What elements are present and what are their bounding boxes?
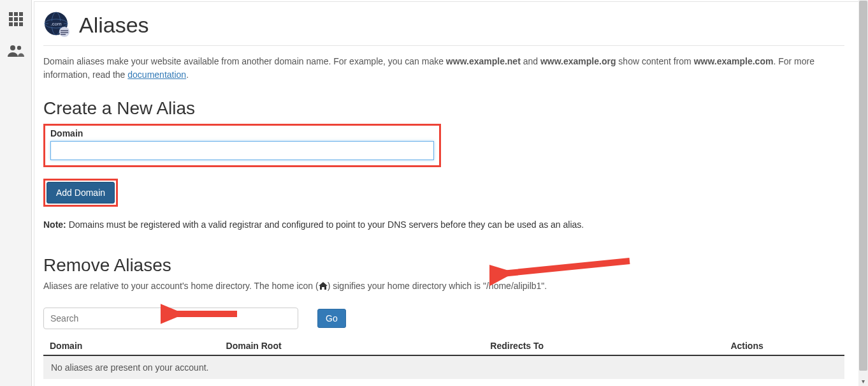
domain-label: Domain: [50, 128, 434, 138]
home-icon: [319, 281, 328, 291]
col-redirects-to[interactable]: Redirects To: [484, 337, 724, 355]
table-row: No aliases are present on your account.: [43, 355, 844, 379]
aliases-table: Domain Domain Root Redirects To Actions …: [43, 337, 844, 379]
add-domain-highlight: Add Domain: [43, 179, 118, 207]
remove-description: Aliases are relative to your account's h…: [43, 281, 844, 291]
col-actions[interactable]: Actions: [724, 337, 844, 355]
page-header: .com Aliases: [43, 11, 844, 46]
svg-rect-3: [9, 17, 13, 21]
domain-input[interactable]: [50, 141, 434, 160]
page-description: Domain aliases make your website availab…: [43, 55, 844, 82]
remove-aliases-heading: Remove Aliases: [43, 255, 844, 276]
create-alias-heading: Create a New Alias: [43, 98, 844, 119]
scroll-down-icon[interactable]: ▾: [858, 376, 868, 386]
apps-grid-icon[interactable]: [8, 11, 24, 29]
scrollbar-track[interactable]: ▾: [858, 0, 868, 386]
svg-rect-18: [61, 30, 68, 31]
search-input[interactable]: [43, 308, 298, 329]
svg-rect-0: [9, 12, 13, 16]
go-button[interactable]: Go: [317, 309, 346, 328]
page-title: Aliases: [79, 13, 149, 38]
left-sidebar: [0, 0, 32, 386]
search-row: Go: [43, 308, 844, 329]
svg-point-9: [10, 45, 15, 50]
note-text: Note: Domains must be registered with a …: [43, 219, 844, 230]
col-domain[interactable]: Domain: [43, 337, 220, 355]
main-content: .com Aliases Domain aliases make your we…: [34, 1, 864, 386]
svg-rect-20: [61, 34, 66, 35]
scrollbar-thumb[interactable]: [859, 1, 867, 371]
svg-rect-2: [19, 12, 23, 16]
documentation-link[interactable]: documentation: [127, 70, 186, 80]
svg-rect-5: [19, 17, 23, 21]
svg-rect-19: [61, 32, 68, 33]
main-scroll-area[interactable]: .com Aliases Domain aliases make your we…: [32, 0, 868, 386]
svg-rect-1: [14, 12, 18, 16]
users-icon[interactable]: [7, 44, 25, 59]
domain-field-group: Domain: [43, 124, 441, 167]
add-domain-button[interactable]: Add Domain: [47, 182, 115, 204]
aliases-page-icon: .com: [43, 11, 71, 39]
svg-rect-7: [14, 22, 18, 26]
svg-text:.com: .com: [50, 21, 62, 27]
empty-message: No aliases are present on your account.: [43, 355, 844, 379]
svg-rect-6: [9, 22, 13, 26]
table-header-row: Domain Domain Root Redirects To Actions: [43, 337, 844, 355]
col-domain-root[interactable]: Domain Root: [220, 337, 484, 355]
svg-rect-8: [19, 22, 23, 26]
svg-point-10: [17, 46, 20, 50]
svg-rect-4: [14, 17, 18, 21]
